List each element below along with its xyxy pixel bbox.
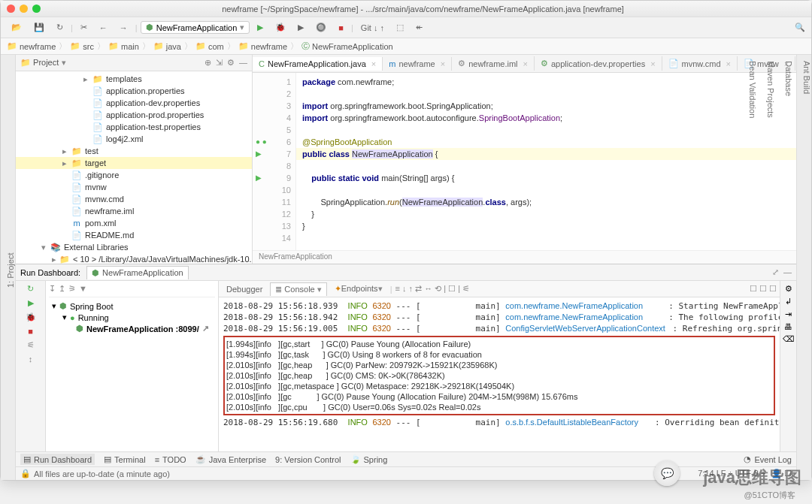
window-title: newframe [~/SpringSpace/newframe] - .../… <box>41 5 805 14</box>
tree-item[interactable]: ▸📁templates <box>16 73 252 85</box>
breadcrumb-item[interactable]: 📁newframe <box>7 41 56 51</box>
code-gutter: 12345● ●6▶78▶91011121314 <box>253 73 296 250</box>
project-tool-tab[interactable]: 1: Project <box>6 61 15 480</box>
lock-icon[interactable]: 🔒 <box>20 469 31 478</box>
tree-item[interactable]: mpom.xml <box>16 217 252 229</box>
tree-item[interactable]: ▾📚External Libraries <box>16 241 252 253</box>
filter-icon[interactable]: ⚟ <box>27 340 35 350</box>
run-button[interactable]: ▶ <box>28 298 34 308</box>
tree-item[interactable]: 📄application-prod.properties <box>16 109 252 121</box>
panel-settings-icon[interactable]: ⚙ <box>227 58 235 68</box>
run-dashboard-tree[interactable]: ↧ ↥ ⚞ ▼ ▾⬢Spring Boot ▾●Running ⬢NewFram… <box>46 281 219 451</box>
stop-action-icon[interactable]: ■ <box>28 327 33 336</box>
tree-item[interactable]: 📄mvnw.cmd <box>16 193 252 205</box>
search-icon[interactable]: 🔍 <box>795 23 805 32</box>
tree-item[interactable]: 📄application-test.properties <box>16 121 252 133</box>
console-tab[interactable]: ≣Console▾ <box>270 282 326 296</box>
run-button[interactable]: ▶ <box>253 21 268 34</box>
scroll-from-source-icon[interactable]: ⊕ <box>205 58 211 68</box>
tree-item[interactable]: 📄mvnw <box>16 181 252 193</box>
debug-action-icon[interactable]: 🐞 <box>26 312 36 322</box>
breadcrumb-item[interactable]: 📁com <box>195 41 224 51</box>
coverage-icon[interactable]: ▶ <box>293 21 308 34</box>
nav-breadcrumb: 📁newframe〉 📁src〉 📁main〉 📁java〉 📁com〉 📁ne… <box>1 38 811 55</box>
close-window-button[interactable] <box>7 5 15 13</box>
rerun-button[interactable]: ↻ <box>27 284 34 294</box>
breadcrumb-item[interactable]: 📁java <box>153 41 181 51</box>
editor-area: CNewFrameApplication.java×mnewframe×⚙new… <box>253 55 796 264</box>
expand-icon[interactable]: ↕ <box>29 355 33 364</box>
run-dashboard-tab[interactable]: ⬢NewFrameApplication <box>86 266 189 279</box>
project-panel-title: 📁 Project <box>20 58 59 68</box>
project-tree[interactable]: ▸📁templates📄application.properties📄appli… <box>16 71 252 264</box>
tree-item[interactable]: ▸📁< 10 > /Library/Java/JavaVirtualMachin… <box>16 253 252 264</box>
undo-icon[interactable]: ✂ <box>76 21 92 34</box>
stop-button[interactable]: ■ <box>334 22 348 34</box>
ant-build-tab[interactable]: Ant Build <box>802 61 811 480</box>
bottom-tool-bar: ▤ Run Dashboard ▤ Terminal ≡ TODO ☕ Java… <box>16 451 796 466</box>
todo-tool-tab[interactable]: ≡ TODO <box>155 455 186 464</box>
editor-crumb[interactable]: NewFrameApplication <box>253 250 796 264</box>
breadcrumb-item[interactable]: 📁src <box>70 41 94 51</box>
run-dashboard: Run Dashboard: ⬢NewFrameApplication ⤢ — … <box>16 264 796 451</box>
breadcrumb-item[interactable]: 📁main <box>108 41 139 51</box>
tree-item[interactable]: 📄application-dev.properties <box>16 97 252 109</box>
hide-panel-icon[interactable]: — <box>239 58 247 68</box>
spring-tool-tab[interactable]: 🍃 Spring <box>350 454 388 464</box>
save-icon[interactable]: 💾 <box>29 21 49 34</box>
tree-item[interactable]: ▸📁test <box>16 145 252 157</box>
tree-item[interactable]: 📄README.md <box>16 229 252 241</box>
editor-tab[interactable]: CNewFrameApplication.java× <box>253 57 383 71</box>
minimize-window-button[interactable] <box>20 5 28 13</box>
endpoints-tab[interactable]: ✦Endpoints▾ <box>330 282 387 295</box>
tree-item[interactable]: 📄application.properties <box>16 85 252 97</box>
vcs-icon[interactable]: Git ↓ ↑ <box>356 22 389 34</box>
watermark-attribution: @51CTO博客 <box>744 490 795 501</box>
java-ee-tool-tab[interactable]: ☕ Java Enterprise <box>195 454 266 464</box>
tree-toolbar-icon[interactable]: ↧ <box>49 284 56 294</box>
editor-tab[interactable]: 📄mvnw.cmd× <box>662 56 738 71</box>
database-tab[interactable]: Database <box>784 61 793 480</box>
editor-tab[interactable]: ⚙application-dev.properties× <box>535 56 662 71</box>
structure-icon[interactable]: ⬚ <box>392 21 408 34</box>
zoom-window-button[interactable] <box>32 5 41 13</box>
profile-icon[interactable]: 🔘 <box>311 21 331 34</box>
right-tool-strip: Ant Build Database Maven Projects Bean V… <box>796 55 811 480</box>
forward-icon[interactable]: → <box>115 22 132 34</box>
tree-item[interactable]: 📄.gitignore <box>16 169 252 181</box>
vcs-tool-tab[interactable]: 9: Version Control <box>275 455 341 464</box>
run-dashboard-label: Run Dashboard: <box>20 268 80 277</box>
tree-item[interactable]: 📄log4j2.xml <box>16 133 252 145</box>
tree-toolbar-icon[interactable]: ↥ <box>59 284 65 294</box>
collapse-all-icon[interactable]: ⇲ <box>216 58 223 68</box>
wechat-icon: 💬 <box>654 460 680 486</box>
breadcrumb-item[interactable]: 📁newframe <box>238 41 287 51</box>
main-toolbar: 📂 💾 ↻ | ✂ ← → | ⬢ NewFrameApplication ▾ … <box>1 17 811 38</box>
project-panel: 📁 Project ▾ ⊕ ⇲ ⚙ — ▸📁templates📄applicat… <box>16 55 253 264</box>
titlebar: newframe [~/SpringSpace/newframe] - .../… <box>1 1 811 17</box>
editor-tabs: CNewFrameApplication.java×mnewframe×⚙new… <box>253 55 796 73</box>
tree-toolbar-icon[interactable]: ▼ <box>79 284 87 294</box>
run-config-dropdown[interactable]: ⬢ NewFrameApplication ▾ <box>141 21 250 34</box>
left-tool-strip: 1: Project 7: Structure 2: Favorites Web <box>1 55 16 480</box>
editor-tab[interactable]: mnewframe× <box>383 57 452 71</box>
tree-item[interactable]: ▸📁target <box>16 157 252 169</box>
debug-button[interactable]: 🐞 <box>271 21 290 34</box>
tree-toolbar-icon[interactable]: ⚞ <box>68 284 76 294</box>
editor-tab[interactable]: ⚙newframe.iml× <box>452 56 535 71</box>
open-icon[interactable]: 📂 <box>7 21 26 34</box>
console-output[interactable]: 2018-08-29 15:56:18.939 INFO 6320 --- [ … <box>219 297 780 451</box>
run-dashboard-tool-tab[interactable]: ▤ Run Dashboard <box>20 454 95 465</box>
back-icon[interactable]: ← <box>95 22 112 34</box>
refresh-icon[interactable]: ↻ <box>52 21 68 34</box>
debugger-tab[interactable]: Debugger <box>222 283 267 295</box>
back-nav-icon[interactable]: ↞ <box>411 21 427 34</box>
breadcrumb-item[interactable]: ⒸNewFrameApplication <box>301 41 393 52</box>
terminal-tool-tab[interactable]: ▤ Terminal <box>104 454 146 464</box>
status-message: All files are up-to-date (a minute ago) <box>34 469 170 478</box>
tree-item[interactable]: 📄newframe.iml <box>16 205 252 217</box>
code-editor[interactable]: package com.newframe; import org.springf… <box>296 73 796 250</box>
